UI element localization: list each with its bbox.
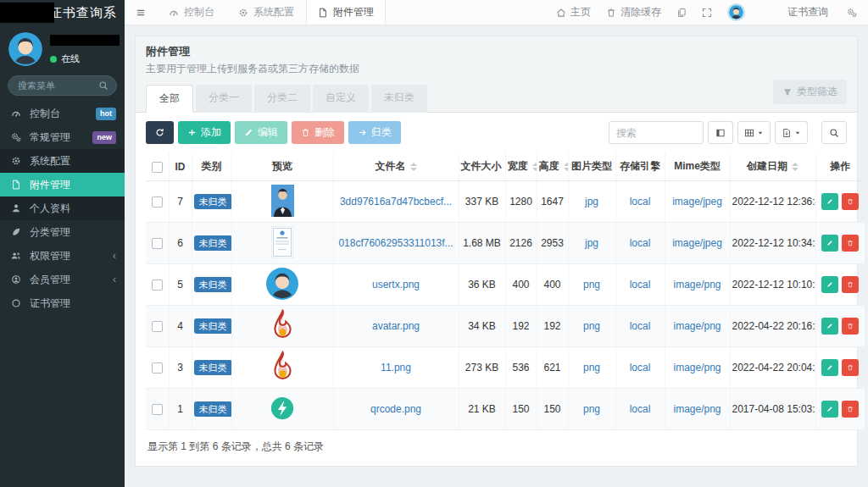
- category-tab-分类一[interactable]: 分类一: [196, 85, 252, 113]
- mime-type-link[interactable]: image/jpeg: [672, 237, 722, 249]
- storage-engine-link[interactable]: local: [630, 320, 651, 332]
- filename-link[interactable]: 3dd97616a7d47bcbecf...: [340, 196, 452, 208]
- image-type-link[interactable]: png: [583, 403, 600, 415]
- id-photo-preview[interactable]: [271, 185, 294, 217]
- search-icon[interactable]: [98, 80, 108, 91]
- edit-button[interactable]: 编辑: [235, 121, 287, 144]
- row-checkbox[interactable]: [152, 404, 163, 415]
- filename-link[interactable]: 018cf76062953311013f...: [338, 237, 453, 249]
- image-type-link[interactable]: png: [583, 279, 600, 291]
- column-header-文件大小[interactable]: 文件大小: [459, 152, 505, 181]
- row-checkbox[interactable]: [152, 362, 163, 374]
- row-edit-button[interactable]: [821, 401, 838, 418]
- sidebar-item-证书管理[interactable]: 证书管理: [0, 291, 125, 315]
- type-filter-button[interactable]: 类型筛选: [773, 80, 847, 104]
- mime-type-link[interactable]: image/png: [673, 279, 721, 291]
- image-type-link[interactable]: jpg: [585, 237, 598, 249]
- current-user-menu[interactable]: 证书查询: [780, 5, 836, 19]
- clear-cache-button[interactable]: 清除缓存: [598, 5, 669, 19]
- settings-menu-button[interactable]: [836, 8, 868, 18]
- storage-engine-link[interactable]: local: [630, 196, 651, 208]
- table-search-input[interactable]: [609, 121, 704, 144]
- cell-height: 621: [537, 347, 568, 389]
- storage-engine-link[interactable]: local: [630, 403, 651, 415]
- topnav-tab-控制台[interactable]: 控制台: [157, 0, 226, 25]
- column-header-高度[interactable]: 高度: [537, 152, 568, 181]
- category-tab-未归类[interactable]: 未归类: [371, 85, 427, 113]
- filename-link[interactable]: 11.png: [381, 362, 411, 374]
- filename-link[interactable]: usertx.png: [372, 279, 420, 291]
- add-button[interactable]: 添加: [178, 121, 231, 144]
- sidebar-item-权限管理[interactable]: 权限管理‹: [0, 244, 125, 268]
- fullscreen-button[interactable]: [694, 8, 720, 18]
- row-delete-button[interactable]: [842, 235, 859, 252]
- refresh-button[interactable]: [146, 121, 174, 144]
- certificate-preview[interactable]: [271, 226, 293, 258]
- row-delete-button[interactable]: [842, 193, 859, 210]
- row-checkbox[interactable]: [152, 321, 163, 332]
- column-header-文件名[interactable]: 文件名: [333, 152, 459, 181]
- filename-link[interactable]: avatar.png: [372, 320, 420, 332]
- sidebar-toggle-button[interactable]: [125, 0, 157, 25]
- sidebar-item-附件管理[interactable]: 附件管理: [0, 173, 125, 196]
- sidebar-item-会员管理[interactable]: 会员管理‹: [0, 268, 125, 291]
- menu-search-input[interactable]: [16, 80, 93, 91]
- sidebar-item-控制台[interactable]: 控制台hot: [0, 102, 125, 125]
- image-type-link[interactable]: jpg: [585, 196, 598, 208]
- mime-type-link[interactable]: image/png: [673, 362, 721, 374]
- category-tab-自定义[interactable]: 自定义: [313, 85, 369, 113]
- export-dropdown-button[interactable]: [775, 121, 808, 144]
- user-avatar[interactable]: [8, 32, 42, 66]
- topnav-tab-系统配置[interactable]: 系统配置: [226, 0, 306, 25]
- classify-button[interactable]: 归类: [348, 121, 401, 144]
- user-icon: [11, 203, 22, 213]
- row-checkbox[interactable]: [152, 238, 163, 249]
- table-toggle-icon: [715, 128, 726, 138]
- cell-created-date: 2022-04-22 20:04:15: [732, 362, 816, 374]
- flame-preview[interactable]: [269, 309, 297, 340]
- filename-link[interactable]: qrcode.png: [370, 403, 421, 415]
- cell-width: 192: [505, 306, 537, 347]
- category-tab-分类二[interactable]: 分类二: [254, 85, 310, 113]
- row-edit-button[interactable]: [821, 193, 838, 210]
- sidebar-item-个人资料[interactable]: 个人资料: [0, 196, 125, 220]
- column-header-宽度[interactable]: 宽度: [505, 152, 537, 181]
- columns-dropdown-button[interactable]: [737, 121, 771, 144]
- mime-type-link[interactable]: image/png: [673, 320, 721, 332]
- sidebar-item-分类管理[interactable]: 分类管理: [0, 220, 125, 244]
- row-delete-button[interactable]: [842, 359, 859, 376]
- row-edit-button[interactable]: [821, 318, 838, 335]
- bolt-preview[interactable]: [270, 396, 295, 421]
- row-edit-button[interactable]: [821, 276, 838, 293]
- row-delete-button[interactable]: [842, 318, 859, 335]
- avatar-preview[interactable]: [266, 268, 298, 300]
- storage-engine-link[interactable]: local: [630, 279, 651, 291]
- home-link[interactable]: 主页: [548, 5, 598, 19]
- topnav-tab-附件管理[interactable]: 附件管理: [306, 0, 386, 25]
- mime-type-link[interactable]: image/png: [673, 403, 721, 415]
- search-button[interactable]: [821, 121, 847, 144]
- storage-engine-link[interactable]: local: [630, 362, 651, 374]
- select-all-checkbox[interactable]: [152, 162, 163, 173]
- app-logo[interactable]: 证书查询系: [0, 0, 125, 25]
- row-edit-button[interactable]: [821, 235, 838, 252]
- image-type-link[interactable]: png: [583, 320, 600, 332]
- row-checkbox[interactable]: [152, 196, 163, 208]
- delete-button[interactable]: 删除: [292, 121, 344, 144]
- mime-type-link[interactable]: image/jpeg: [672, 196, 722, 208]
- navbar-avatar-button[interactable]: [720, 3, 753, 21]
- row-delete-button[interactable]: [842, 276, 859, 293]
- cell-actions: [815, 264, 865, 306]
- row-delete-button[interactable]: [842, 401, 859, 418]
- multi-tab-button[interactable]: [669, 8, 694, 18]
- row-checkbox[interactable]: [152, 279, 163, 291]
- category-tab-全部[interactable]: 全部: [146, 85, 193, 113]
- column-header-创建日期[interactable]: 创建日期: [730, 152, 815, 181]
- storage-engine-link[interactable]: local: [630, 237, 651, 249]
- row-edit-button[interactable]: [821, 359, 838, 376]
- toggle-view-button[interactable]: [708, 121, 733, 144]
- flame-preview[interactable]: [269, 351, 297, 382]
- image-type-link[interactable]: png: [583, 362, 600, 374]
- sidebar-item-系统配置[interactable]: 系统配置: [0, 149, 125, 173]
- sidebar-item-常规管理[interactable]: 常规管理new: [0, 125, 125, 149]
